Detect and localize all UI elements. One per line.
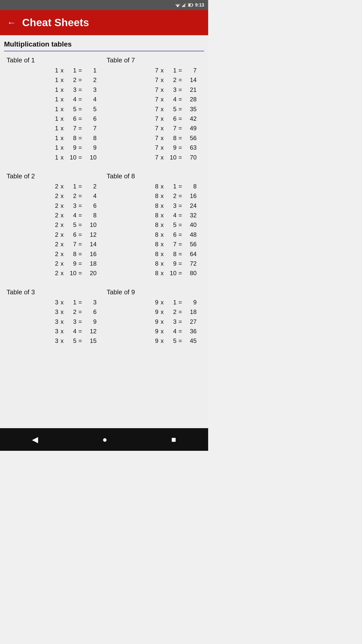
operand-2: 5 [66,336,76,346]
result-value: 10 [84,220,97,230]
mult-row: 9 x 4 = 36 [107,327,202,336]
nav-bar: ◀ ● ■ [0,428,208,451]
times-operator: x [158,143,166,152]
result-value: 16 [184,191,197,201]
equals-operator: = [76,85,84,95]
equals-operator: = [176,230,184,239]
operand-2: 2 [66,191,76,201]
equals-operator: = [76,182,84,191]
times-operator: x [58,95,66,104]
nav-back-button[interactable]: ◀ [32,435,38,444]
operand-2: 6 [66,114,76,124]
result-value: 49 [184,124,197,133]
signal-icon [182,3,187,7]
operand-1: 9 [149,298,158,307]
mult-row: 2 x 9 = 18 [7,259,102,268]
operand-1: 1 [49,143,58,152]
operand-1: 9 [149,307,158,317]
mult-row: 1 x 4 = 4 [7,95,102,104]
mult-row: 7 x 2 = 14 [107,75,202,85]
mult-row: 3 x 5 = 15 [7,336,102,346]
mult-table-right: Table of 9 9 x 1 = 9 9 x 2 = 18 9 x 3 = [104,288,204,346]
times-operator: x [158,249,166,259]
mult-row: 2 x 6 = 12 [7,230,102,239]
equals-operator: = [76,327,84,336]
operand-2: 4 [166,211,176,220]
mult-row: 8 x 4 = 32 [107,211,202,220]
table-title: Table of 7 [107,56,202,64]
operand-1: 8 [149,211,158,220]
svg-rect-4 [182,6,183,7]
back-button[interactable]: ← [7,18,16,27]
operand-1: 2 [49,191,58,201]
equals-operator: = [176,327,184,336]
equals-operator: = [176,317,184,327]
times-operator: x [158,307,166,317]
operand-1: 9 [149,336,158,346]
equals-operator: = [176,133,184,143]
times-operator: x [158,85,166,95]
equals-operator: = [76,230,84,239]
equals-operator: = [176,182,184,191]
operand-2: 4 [66,95,76,104]
equals-operator: = [176,75,184,85]
operand-1: 2 [49,220,58,230]
table-pair: Table of 3 3 x 1 = 3 3 x 2 = 6 3 x 3 = [4,288,204,346]
operand-1: 8 [149,259,158,268]
mult-row: 8 x 10 = 80 [107,268,202,278]
equals-operator: = [76,143,84,152]
svg-text:⚡: ⚡ [189,4,191,7]
mult-row: 1 x 10 = 10 [7,153,102,162]
equals-operator: = [176,211,184,220]
operand-1: 1 [49,104,58,114]
mult-row: 8 x 3 = 24 [107,201,202,211]
operand-1: 8 [149,249,158,259]
operand-1: 9 [149,317,158,327]
table-title: Table of 3 [7,288,102,296]
wifi-icon [175,3,180,7]
mult-table-right: Table of 8 8 x 1 = 8 8 x 2 = 16 8 x 3 = [104,172,204,278]
operand-2: 9 [166,259,176,268]
mult-row: 8 x 8 = 64 [107,249,202,259]
status-bar: ⚡ 9:13 [0,0,208,10]
table-title: Table of 2 [7,172,102,180]
equals-operator: = [76,298,84,307]
result-value: 6 [84,201,97,211]
result-value: 48 [184,230,197,239]
times-operator: x [158,114,166,124]
nav-home-button[interactable]: ● [102,435,107,444]
mult-row: 2 x 1 = 2 [7,182,102,191]
mult-row: 2 x 7 = 14 [7,239,102,249]
operand-1: 3 [49,317,58,327]
operand-1: 7 [149,133,158,143]
mult-row: 7 x 1 = 7 [107,66,202,75]
operand-2: 10 [166,268,176,278]
result-value: 6 [84,114,97,124]
times-operator: x [58,85,66,95]
times-operator: x [58,201,66,211]
operand-2: 9 [66,259,76,268]
result-value: 28 [184,95,197,104]
operand-2: 10 [66,268,76,278]
equals-operator: = [76,249,84,259]
table-title: Table of 9 [107,288,202,296]
times-operator: x [158,191,166,201]
times-operator: x [158,211,166,220]
mult-row: 8 x 2 = 16 [107,191,202,201]
result-value: 7 [84,124,97,133]
times-operator: x [158,230,166,239]
operand-1: 3 [49,336,58,346]
equals-operator: = [176,239,184,249]
nav-recent-button[interactable]: ■ [171,435,176,444]
result-value: 4 [84,191,97,201]
result-value: 2 [84,182,97,191]
times-operator: x [58,230,66,239]
mult-row: 7 x 3 = 21 [107,85,202,95]
result-value: 18 [84,259,97,268]
operand-2: 8 [66,249,76,259]
mult-table-right: Table of 7 7 x 1 = 7 7 x 2 = 14 7 x 3 = [104,56,204,162]
app-bar: ← Cheat Sheets [0,10,208,35]
result-value: 12 [84,327,97,336]
svg-rect-7 [185,3,186,7]
result-value: 18 [184,307,197,317]
